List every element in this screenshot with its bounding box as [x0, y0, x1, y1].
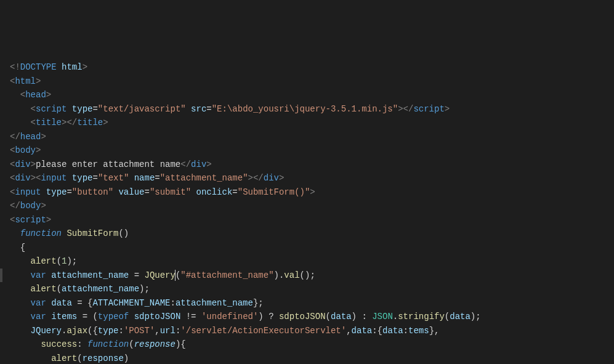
code-line[interactable]: <input type="button" value="submit" oncl…	[10, 185, 604, 200]
token-string: 'POST'	[124, 326, 155, 336]
code-line[interactable]: <script>	[10, 213, 604, 227]
token-punct: = {	[72, 298, 93, 308]
code-line[interactable]: <html>	[10, 75, 604, 89]
token-text	[186, 104, 191, 114]
token-punct: :	[77, 339, 87, 349]
token-punct: :	[118, 326, 123, 336]
token-kw-var: var	[31, 270, 46, 280]
token-kw-var: var	[31, 298, 46, 308]
code-editor[interactable]: <!DOCTYPE html><html> <head> <script typ…	[10, 60, 604, 364]
token-method: alert	[51, 354, 77, 363]
token-punct: };	[253, 298, 264, 308]
token-tag: div	[191, 160, 206, 169]
token-angle: >	[279, 173, 284, 183]
token-text	[41, 187, 46, 197]
token-variable: JQuery	[31, 326, 62, 336]
code-line[interactable]: alert(response)	[10, 352, 604, 365]
token-tag: body	[15, 145, 36, 155]
token-string: "button"	[72, 187, 113, 197]
token-variable: data	[331, 312, 352, 322]
token-fn-name: SubmitForm	[67, 229, 118, 238]
token-string: "E:\abdo_yousri\jquery-3.5.1.min.js"	[212, 104, 398, 114]
token-text	[129, 173, 134, 183]
code-line[interactable]: <body>	[10, 144, 604, 158]
token-angle: </	[10, 201, 20, 211]
token-punct: :{	[372, 326, 382, 336]
token-punct: );	[67, 256, 77, 266]
token-attr: src	[191, 104, 206, 114]
token-angle: ></	[62, 118, 77, 127]
code-line[interactable]: <div><input type="text" name="attachment…	[10, 171, 604, 185]
token-tag: script	[15, 215, 46, 225]
token-kw-var: typeof	[98, 312, 129, 322]
token-method: ajax	[67, 326, 87, 336]
token-punct: ()	[118, 229, 129, 238]
token-variable: sdptoJSON	[134, 312, 181, 322]
token-punct: =	[144, 187, 149, 197]
code-line[interactable]: var items = (typeof sdptoJSON != 'undefi…	[10, 310, 604, 324]
code-line[interactable]: var data = {ATTACHMENT_NAME:attachment_n…	[10, 296, 604, 310]
token-prop: data	[382, 326, 403, 336]
token-punct: (	[445, 312, 450, 322]
token-tag: input	[41, 173, 67, 183]
token-punct: :	[403, 326, 408, 336]
token-method: stringify	[398, 312, 445, 322]
token-param: response	[134, 339, 176, 349]
token-punct: =	[67, 187, 71, 197]
code-line[interactable]: JQuery.ajax({type:'POST',url:'/servlet/A…	[10, 324, 604, 338]
code-line[interactable]: alert(attachment_name);	[10, 282, 604, 296]
token-punct: .	[393, 312, 398, 322]
code-line[interactable]: <div>please enter attachment name</div>	[10, 158, 604, 172]
token-punct: ).	[274, 270, 285, 280]
token-string: '/servlet/ActionExecutorServlet'	[180, 326, 346, 336]
token-punct: )	[124, 354, 129, 363]
token-variable: attachment_name	[62, 284, 139, 294]
token-kw-var: var	[31, 312, 46, 322]
code-line[interactable]: function SubmitForm()	[10, 227, 604, 241]
token-angle: <	[20, 90, 25, 100]
token-tag: div	[264, 173, 279, 183]
code-line[interactable]: alert(1);	[10, 254, 604, 269]
token-angle: >	[310, 187, 315, 197]
token-angle: >	[41, 201, 46, 211]
token-string: "attachment_name"	[160, 173, 248, 183]
code-line[interactable]: <script type="text/javascript" src="E:\a…	[10, 102, 604, 116]
token-angle: >	[103, 118, 108, 127]
token-punct: );	[139, 284, 150, 294]
token-variable: attachment_name	[51, 270, 129, 280]
code-line[interactable]: <title></title>	[10, 116, 604, 130]
token-string: "text"	[98, 173, 129, 183]
token-tag: head	[20, 132, 41, 142]
token-tag: title	[36, 118, 62, 127]
token-angle: >	[46, 215, 51, 225]
token-string: 'undefined'	[201, 312, 258, 322]
token-punct: ) :	[352, 312, 373, 322]
token-method: sdptoJSON	[279, 312, 326, 322]
token-brace: {	[20, 243, 25, 253]
code-line[interactable]: </head>	[10, 130, 604, 144]
code-line[interactable]: <head>	[10, 88, 604, 102]
token-punct: (	[326, 312, 331, 322]
token-punct: =	[129, 270, 144, 280]
token-variable: data	[51, 298, 72, 308]
token-method: success	[41, 339, 77, 349]
token-angle: >	[36, 145, 41, 155]
token-text	[57, 62, 62, 72]
token-punct: =	[155, 173, 160, 183]
token-text	[129, 312, 134, 322]
code-line[interactable]: <!DOCTYPE html>	[10, 60, 604, 75]
token-angle: >	[46, 90, 51, 100]
token-text	[67, 104, 71, 114]
code-line[interactable]: success: function(response){	[10, 338, 604, 352]
token-text	[67, 173, 71, 183]
code-line[interactable]: {	[10, 241, 604, 255]
token-tag: script	[36, 104, 67, 114]
token-prop: ATTACHMENT_NAME	[92, 298, 170, 308]
token-angle: >	[36, 76, 41, 86]
token-punct: ();	[300, 270, 315, 280]
code-line[interactable]: var attachment_name = JQuery("#attachmen…	[10, 269, 604, 283]
token-text	[191, 187, 196, 197]
token-punct: =	[206, 104, 211, 114]
token-angle: </	[180, 160, 191, 169]
code-line[interactable]: </body>	[10, 199, 604, 213]
